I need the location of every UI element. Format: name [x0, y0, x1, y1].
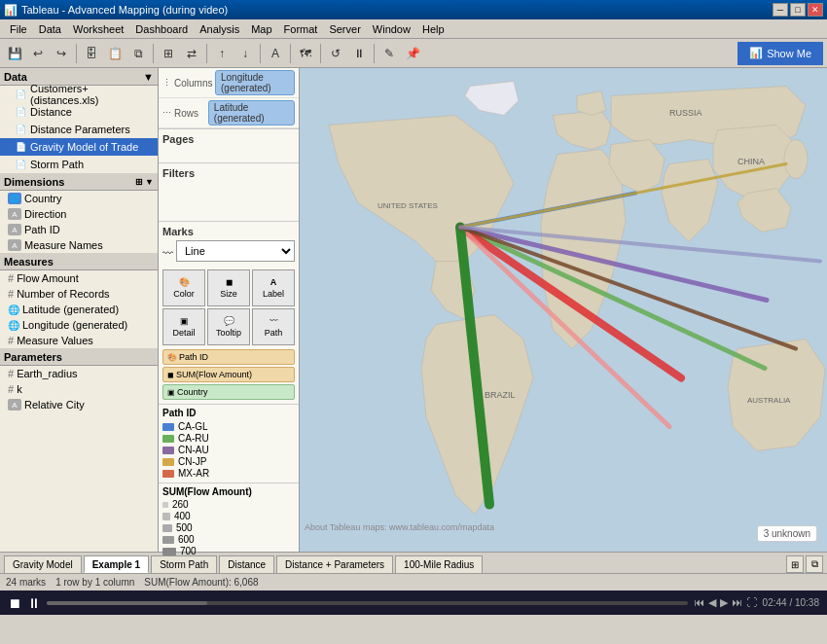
step-back-button[interactable]: ◀ [708, 596, 716, 609]
datasource-customers[interactable]: 📄 Customers+ (distances.xls) [0, 86, 158, 103]
measure-longitude[interactable]: 🌐 Longitude (generated) [0, 317, 158, 333]
marks-label-btn[interactable]: A Label [252, 269, 295, 306]
menu-window[interactable]: Window [367, 21, 416, 37]
tab-distance[interactable]: Distance [219, 555, 274, 573]
menu-data[interactable]: Data [33, 21, 67, 37]
duplicate-sheet-icon-btn[interactable]: ⧉ [806, 555, 823, 573]
new-sheet-icon-btn[interactable]: ⊞ [786, 555, 804, 573]
marks-tooltip-btn[interactable]: 💬 Tooltip [207, 308, 250, 345]
swap-button[interactable]: ⇄ [181, 43, 202, 64]
dim-direction[interactable]: A Direction [0, 206, 158, 222]
sort-desc-button[interactable]: ↓ [234, 43, 256, 64]
measures-section-header: Measures [0, 253, 158, 270]
minimize-button[interactable]: ─ [773, 3, 788, 17]
legend-ca-ru[interactable]: CA-RU [162, 433, 295, 444]
pages-label: Pages [162, 133, 295, 145]
datasource-storm-path[interactable]: 📄 Storm Path [0, 156, 158, 173]
columns-field-pill[interactable]: Longitude (generated) [215, 70, 295, 95]
undo-button[interactable]: ↩ [27, 43, 49, 64]
dim-measure-names[interactable]: A Measure Names [0, 237, 158, 253]
marks-type-select[interactable]: Line Bar Circle Square Shape Text Map Po… [176, 240, 295, 262]
rows-field-pill[interactable]: Latitude (generated) [208, 100, 295, 125]
distance-icon: 📄 [16, 107, 26, 117]
skip-back-button[interactable]: ⏮ [694, 596, 704, 609]
map-area[interactable]: BRAZIL RUSSIA UNITED STATES CHINA AUSTRA… [300, 68, 827, 552]
marks-field-sum-flow[interactable]: ◼ SUM(Flow Amount) [162, 367, 295, 382]
pause-button[interactable]: ⏸ [348, 43, 370, 64]
menu-format[interactable]: Format [278, 21, 324, 37]
param-relative-city[interactable]: A Relative City [0, 397, 158, 412]
new-sheet-button[interactable]: 📋 [104, 43, 126, 64]
param-k[interactable]: # k [0, 381, 158, 397]
refresh-button[interactable]: ↺ [325, 43, 346, 64]
save-button[interactable]: 💾 [4, 43, 25, 64]
marks-color-btn[interactable]: 🎨 Color [162, 269, 205, 306]
duplicate-button[interactable]: ⧉ [127, 43, 149, 64]
stop-button[interactable]: ⏹ [8, 595, 21, 611]
skip-forward-button[interactable]: ⏭ [732, 596, 742, 609]
text-button[interactable]: A [265, 43, 286, 64]
legend-cn-au[interactable]: CN-AU [162, 445, 295, 455]
map-svg: BRAZIL RUSSIA UNITED STATES CHINA AUSTRA… [300, 68, 827, 552]
legend-mx-ar[interactable]: MX-AR [162, 468, 295, 479]
dimensions-controls: ⊞ ▼ [135, 177, 154, 187]
redo-button[interactable]: ↪ [51, 43, 72, 64]
k-hash-icon: # [8, 383, 14, 395]
play-pause-button[interactable]: ⏸ [27, 595, 41, 611]
measure-flow-amount[interactable]: # Flow Amount [0, 270, 158, 286]
maximize-button[interactable]: □ [790, 3, 806, 17]
sum-400-label: 400 [174, 511, 191, 521]
data-header-icon[interactable]: ▼ [143, 71, 154, 83]
pin-button[interactable]: 📌 [402, 43, 423, 64]
tab-storm-path[interactable]: Storm Path [151, 555, 217, 573]
tab-distance-params[interactable]: Distance + Parameters [276, 555, 393, 573]
sort-asc-button[interactable]: ↑ [211, 43, 233, 64]
dim-sort-icon[interactable]: ▼ [145, 177, 154, 187]
latitude-globe-icon: 🌐 [8, 304, 19, 315]
title-bar-controls[interactable]: ─ □ ✕ [773, 3, 823, 17]
measure-latitude[interactable]: 🌐 Latitude (generated) [0, 302, 158, 317]
menu-dashboard[interactable]: Dashboard [129, 21, 194, 37]
menu-worksheet[interactable]: Worksheet [67, 21, 129, 37]
close-button[interactable]: ✕ [808, 3, 823, 17]
country-globe-icon: 🌐 [8, 193, 21, 204]
tab-gravity-model[interactable]: Gravity Model [4, 555, 82, 573]
legend-ca-gl[interactable]: CA-GL [162, 421, 295, 432]
tab-example-1[interactable]: Example 1 [84, 555, 149, 573]
rows-label: ⋯ Rows [162, 108, 204, 119]
marks-path-btn[interactable]: 〰 Path [252, 308, 295, 345]
marks-detail-btn[interactable]: ▣ Detail [162, 308, 205, 345]
menu-server[interactable]: Server [323, 21, 366, 37]
marks-size-btn[interactable]: ◼ Size [207, 269, 250, 306]
expand-button[interactable]: ⛶ [746, 596, 757, 609]
playback-bar: ⏹ ⏸ ⏮ ◀ ▶ ⏭ ⛶ 02:44 / 10:38 [0, 590, 827, 615]
dim-country[interactable]: 🌐 Country [0, 191, 158, 206]
menu-file[interactable]: File [4, 21, 33, 37]
dim-grid-icon[interactable]: ⊞ [135, 177, 143, 187]
tab-100-mile[interactable]: 100-Mile Radius [395, 555, 483, 573]
rows-row: ⋯ Rows Latitude (generated) [159, 98, 299, 128]
dim-path-id[interactable]: A Path ID [0, 222, 158, 237]
map-button[interactable]: 🗺 [295, 43, 316, 64]
map-attribution: About Tableau maps: www.tableau.com/mapd… [305, 522, 494, 532]
datasource-gravity-model[interactable]: 📄 Gravity Model of Trade [0, 138, 158, 156]
menu-help[interactable]: Help [416, 21, 450, 37]
toolbar-sep1 [76, 44, 77, 63]
fit-button[interactable]: ⊞ [158, 43, 179, 64]
menu-analysis[interactable]: Analysis [194, 21, 245, 37]
new-datasource-button[interactable]: 🗄 [81, 43, 102, 64]
highlight-button[interactable]: ✎ [378, 43, 400, 64]
measure-num-records[interactable]: # Number of Records [0, 286, 158, 302]
datasource-distance-params[interactable]: 📄 Distance Parameters [0, 121, 158, 138]
step-forward-button[interactable]: ▶ [720, 596, 728, 609]
legend-cn-jp[interactable]: CN-JP [162, 456, 295, 467]
measures-label: Measures [4, 256, 54, 268]
marks-field-country[interactable]: ▣ Country [162, 384, 295, 400]
measure-values[interactable]: # Measure Values [0, 333, 158, 348]
marks-field-path-id[interactable]: 🎨 Path ID [162, 349, 295, 365]
param-earth-radius[interactable]: # Earth_radius [0, 366, 158, 381]
menu-map[interactable]: Map [245, 21, 277, 37]
datasource-distance[interactable]: 📄 Distance [0, 103, 158, 121]
playback-track[interactable] [47, 601, 688, 605]
show-me-button[interactable]: 📊 Show Me [737, 42, 823, 65]
